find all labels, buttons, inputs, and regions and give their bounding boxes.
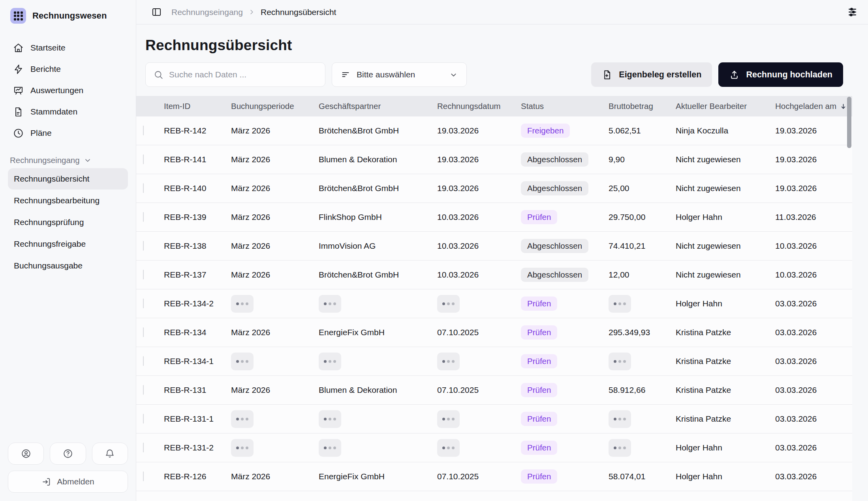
table-row[interactable]: REB-R-134März 2026EnergieFix GmbH07.10.2… <box>136 318 852 347</box>
column-header-geschäftspartner[interactable]: Geschäftspartner <box>316 101 434 111</box>
cell-status: Abgeschlossen <box>518 152 605 167</box>
cell-aktueller-bearbeiter: Holger Hahn <box>673 299 772 308</box>
row-checkbox[interactable] <box>143 183 144 193</box>
main-area: Rechnungseingang Rechnungsübersicht Rech… <box>136 0 868 501</box>
row-checkbox-cell <box>136 385 161 395</box>
table-row[interactable]: REB-R-134-2PrüfenHolger Hahn03.03.2026 <box>136 289 852 318</box>
cell-aktueller-bearbeiter: Kristina Patzke <box>673 328 772 337</box>
sidebar-item-rechnungspruefung[interactable]: Rechnungsprüfung <box>8 212 128 233</box>
cell-bruttobetrag: 9,90 <box>605 155 673 164</box>
row-checkbox[interactable] <box>143 471 144 481</box>
upload-invoice-button[interactable]: Rechnung hochladen <box>718 62 843 87</box>
cell-status: Abgeschlossen <box>518 181 605 196</box>
search-input[interactable] <box>169 70 317 79</box>
row-checkbox[interactable] <box>143 298 144 308</box>
filter-select[interactable]: Bitte auswählen <box>332 62 467 87</box>
sidebar-item-plaene[interactable]: Pläne <box>8 122 128 144</box>
table-row[interactable]: REB-R-138März 2026ImmoVision AG10.03.202… <box>136 232 852 261</box>
cell-buchungsperiode: März 2026 <box>228 212 316 222</box>
sidebar-item-label: Stammdaten <box>30 107 77 116</box>
cell-item-id: REB-R-141 <box>161 155 228 164</box>
sidebar-item-buchungsausgabe[interactable]: Buchungsausgabe <box>8 255 128 276</box>
cell-geschaeftspartner: FlinkShop GmbH <box>316 212 434 222</box>
create-receipt-button[interactable]: Eigenbeleg erstellen <box>591 62 712 87</box>
cell-rechnungsdatum: 07.10.2025 <box>434 385 518 395</box>
column-header-item-id[interactable]: Item-ID <box>161 101 228 111</box>
sidebar-item-rechnungsuebersicht[interactable]: Rechnungsübersicht <box>8 168 128 190</box>
table-row[interactable]: REB-R-134-1PrüfenKristina Patzke03.03.20… <box>136 347 852 376</box>
filter-lines-icon <box>341 70 350 79</box>
help-button[interactable] <box>50 443 86 465</box>
status-badge: Prüfen <box>521 441 557 455</box>
row-checkbox[interactable] <box>143 154 144 164</box>
settings-sliders-icon[interactable] <box>847 6 858 18</box>
row-checkbox[interactable] <box>143 414 144 424</box>
sidebar: Rechnungswesen Startseite Berichte Auswe… <box>0 0 136 501</box>
file-plus-icon <box>602 69 612 80</box>
table-row[interactable]: REB-R-141März 2026Blumen & Dekoration19.… <box>136 145 852 174</box>
sidebar-item-rechnungsbearbeitung[interactable]: Rechnungsbearbeitung <box>8 190 128 211</box>
row-checkbox[interactable] <box>143 443 144 452</box>
row-checkbox-cell <box>136 184 161 193</box>
column-header-bruttobetrag[interactable]: Bruttobetrag <box>605 101 673 111</box>
cell-rechnungsdatum <box>434 353 518 370</box>
table-row[interactable]: REB-R-139März 2026FlinkShop GmbH10.03.20… <box>136 203 852 232</box>
table-scrollbar-thumb[interactable] <box>847 97 851 148</box>
row-checkbox[interactable] <box>143 385 144 395</box>
cell-hochgeladen-am: 19.03.2026 <box>772 184 852 193</box>
table-row[interactable]: REB-R-126März 2026EnergieFix GmbH07.10.2… <box>136 462 852 491</box>
breadcrumb-parent[interactable]: Rechnungseingang <box>171 8 243 17</box>
cell-item-id: REB-R-126 <box>161 472 228 481</box>
logout-label: Abmelden <box>57 477 94 486</box>
cell-buchungsperiode: März 2026 <box>228 155 316 164</box>
status-badge: Prüfen <box>521 354 557 369</box>
breadcrumb: Rechnungseingang Rechnungsübersicht <box>171 8 336 17</box>
cell-hochgeladen-am: 10.03.2026 <box>772 241 852 251</box>
sidebar-toggle-icon[interactable] <box>151 7 162 17</box>
cell-buchungsperiode: März 2026 <box>228 241 316 251</box>
column-header-rechnungsdatum[interactable]: Rechnungsdatum <box>434 101 518 111</box>
cell-bruttobetrag: 29.750,00 <box>605 212 673 222</box>
table-row[interactable]: REB-R-131-2PrüfenHolger Hahn03.03.2026 <box>136 433 852 462</box>
cell-aktueller-bearbeiter: Nicht zugewiesen <box>673 270 772 280</box>
cell-hochgeladen-am: 03.03.2026 <box>772 357 852 366</box>
sidebar-item-stammdaten[interactable]: Stammdaten <box>8 101 128 122</box>
row-checkbox[interactable] <box>143 327 144 337</box>
filter-select-value: Bitte auswählen <box>357 70 415 79</box>
row-checkbox[interactable] <box>143 270 144 280</box>
column-header-status[interactable]: Status <box>518 101 605 111</box>
row-checkbox[interactable] <box>143 126 144 135</box>
table-row[interactable]: REB-R-131März 2026Blumen & Dekoration07.… <box>136 376 852 405</box>
table-row[interactable]: REB-R-131-1PrüfenKristina Patzke03.03.20… <box>136 405 852 433</box>
placeholder-dots-pill <box>609 295 631 313</box>
row-checkbox[interactable] <box>143 212 144 222</box>
row-checkbox[interactable] <box>143 241 144 251</box>
table-row[interactable]: REB-R-140März 2026Brötchen&Brot GmbH19.0… <box>136 174 852 203</box>
cell-aktueller-bearbeiter: Nicht zugewiesen <box>673 241 772 251</box>
cell-status: Abgeschlossen <box>518 268 605 282</box>
sidebar-item-startseite[interactable]: Startseite <box>8 37 128 58</box>
table-row[interactable]: REB-R-137März 2026Brötchen&Brot GmbH10.0… <box>136 261 852 289</box>
search-box <box>145 62 325 87</box>
cell-item-id: REB-R-134 <box>161 328 228 337</box>
column-header-aktueller-bearbeiter[interactable]: Aktueller Bearbeiter <box>673 101 772 111</box>
column-header-buchungsperiode[interactable]: Buchungsperiode <box>228 101 316 111</box>
column-header-hochgeladen-am[interactable]: Hochgeladen am <box>772 101 852 111</box>
notifications-button[interactable] <box>92 443 128 465</box>
search-icon <box>154 70 163 80</box>
profile-button[interactable] <box>8 443 44 465</box>
sidebar-section-rechnungseingang[interactable]: Rechnungseingang <box>10 156 128 165</box>
sidebar-item-rechnungsfreigabe[interactable]: Rechnungsfreigabe <box>8 233 128 255</box>
cell-buchungsperiode: März 2026 <box>228 472 316 481</box>
row-checkbox-cell <box>136 443 161 452</box>
placeholder-dots-pill <box>231 410 254 428</box>
table-row[interactable]: REB-R-142März 2026Brötchen&Brot GmbH19.0… <box>136 116 852 145</box>
sidebar-item-berichte[interactable]: Berichte <box>8 58 128 80</box>
sidebar-item-auswertungen[interactable]: Auswertungen <box>8 80 128 101</box>
logout-button[interactable]: Abmelden <box>8 471 128 493</box>
cell-buchungsperiode <box>228 353 316 370</box>
row-checkbox[interactable] <box>143 356 144 366</box>
cell-item-id: REB-R-140 <box>161 184 228 193</box>
create-receipt-label: Eigenbeleg erstellen <box>619 70 701 80</box>
status-badge: Abgeschlossen <box>521 239 588 253</box>
